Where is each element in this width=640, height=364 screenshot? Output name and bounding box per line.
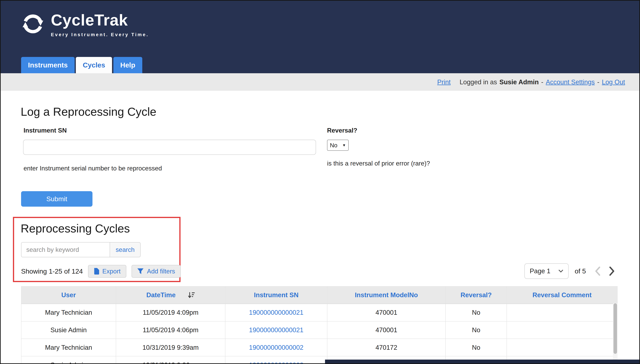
separator: - bbox=[597, 78, 599, 86]
cell-reversal: No bbox=[446, 339, 507, 356]
export-label: Export bbox=[102, 268, 120, 275]
search-button[interactable]: search bbox=[110, 242, 140, 257]
cell-reversal-comment bbox=[507, 321, 618, 339]
logged-in-text: Logged in as bbox=[460, 78, 497, 86]
logged-in-user: Susie Admin bbox=[500, 78, 539, 86]
cell-datetime: 10/31/2019 9:36am bbox=[116, 356, 225, 364]
showing-count-text: Showing 1-25 of 124 bbox=[21, 268, 83, 275]
table-body: Mary Technician 11/05/2019 4:09pm 190000… bbox=[21, 304, 618, 364]
instrument-sn-help-text: enter Instrument serial number to be rep… bbox=[24, 165, 162, 172]
cell-datetime: 11/05/2019 4:09pm bbox=[116, 304, 225, 321]
instrument-sn-link[interactable]: 190000000000021 bbox=[249, 326, 304, 334]
cell-user: Susie Admin bbox=[21, 321, 116, 339]
page-title: Log a Reprocessing Cycle bbox=[21, 105, 156, 118]
chevron-down-icon bbox=[558, 270, 563, 273]
cycles-table: User DateTime bbox=[21, 286, 618, 364]
reversal-help-text: is this a reversal of prior error (rare)… bbox=[327, 160, 430, 167]
cell-user: Susie Admin bbox=[21, 356, 116, 364]
table-row: Susie Admin 11/05/2019 4:06pm 1900000000… bbox=[21, 321, 618, 339]
search-input[interactable] bbox=[21, 242, 110, 257]
filter-funnel-icon bbox=[137, 268, 144, 274]
chevron-right-icon bbox=[609, 266, 615, 276]
reversal-label: Reversal? bbox=[327, 127, 357, 134]
print-link[interactable]: Print bbox=[437, 78, 451, 86]
main-nav: Instruments Cycles Help bbox=[21, 57, 142, 73]
cell-instrument-sn: 190000000000021 bbox=[225, 304, 327, 321]
add-filters-button[interactable]: Add filters bbox=[132, 265, 181, 278]
cell-reversal-comment bbox=[507, 339, 618, 356]
search-bar: search bbox=[21, 242, 140, 257]
column-header-reversal-comment[interactable]: Reversal Comment bbox=[507, 286, 618, 304]
page-select[interactable]: Page 1 bbox=[524, 264, 568, 279]
vertical-scrollbar[interactable] bbox=[613, 303, 618, 364]
tab-instruments[interactable]: Instruments bbox=[21, 57, 74, 73]
app-window: CycleTrak Every Instrument. Every Time. … bbox=[0, 0, 640, 364]
cycles-section-title: Reprocessing Cycles bbox=[21, 222, 130, 235]
cell-instrument-sn: 190000000000021 bbox=[225, 321, 327, 339]
cell-reversal-comment bbox=[507, 304, 618, 321]
reversal-select[interactable]: No ▼ bbox=[327, 140, 349, 151]
column-header-reversal[interactable]: Reversal? bbox=[446, 286, 507, 304]
sort-descending-icon[interactable] bbox=[188, 292, 195, 298]
results-meta-row: Showing 1-25 of 124 Export Add filters bbox=[21, 265, 181, 278]
chevron-left-icon bbox=[595, 266, 600, 276]
submit-button[interactable]: Submit bbox=[21, 191, 92, 207]
add-filters-label: Add filters bbox=[147, 268, 175, 275]
table-row: Mary Technician 11/05/2019 4:09pm 190000… bbox=[21, 304, 618, 321]
session-bar: Print Logged in as Susie Admin - Account… bbox=[1, 73, 639, 91]
account-settings-link[interactable]: Account Settings bbox=[546, 78, 595, 86]
brand-logo[interactable]: CycleTrak Every Instrument. Every Time. bbox=[21, 11, 149, 38]
prev-page-button[interactable] bbox=[594, 266, 602, 276]
app-header: CycleTrak Every Instrument. Every Time. … bbox=[1, 1, 639, 73]
column-header-datetime[interactable]: DateTime bbox=[116, 286, 225, 304]
column-header-user[interactable]: User bbox=[21, 286, 116, 304]
footer-bar bbox=[325, 360, 639, 363]
logout-link[interactable]: Log Out bbox=[602, 78, 625, 86]
scrollbar-thumb[interactable] bbox=[614, 303, 617, 354]
cell-instrument-sn: 190000000000002 bbox=[225, 339, 327, 356]
cell-reversal: No bbox=[446, 304, 507, 321]
export-file-icon bbox=[94, 268, 99, 274]
instrument-sn-link[interactable]: 190000000000021 bbox=[249, 309, 304, 316]
instrument-sn-link[interactable]: 190000000000002 bbox=[249, 361, 304, 364]
column-header-instrument-sn[interactable]: Instrument SN bbox=[225, 286, 327, 304]
instrument-sn-link[interactable]: 190000000000002 bbox=[249, 344, 304, 351]
caret-down-icon: ▼ bbox=[342, 143, 346, 148]
column-header-datetime-label: DateTime bbox=[146, 291, 176, 299]
export-button[interactable]: Export bbox=[88, 265, 126, 278]
cell-model-no: 470001 bbox=[327, 321, 446, 339]
reversal-selected-value: No bbox=[330, 142, 337, 149]
brand-name: CycleTrak bbox=[51, 11, 149, 29]
page-of-label: of 5 bbox=[575, 267, 586, 275]
table-row: Mary Technician 10/31/2019 9:39am 190000… bbox=[21, 339, 618, 356]
cell-model-no: 470001 bbox=[327, 304, 446, 321]
cell-user: Mary Technician bbox=[21, 304, 116, 321]
separator: - bbox=[541, 78, 544, 86]
cell-datetime: 10/31/2019 9:39am bbox=[116, 339, 225, 356]
tab-cycles[interactable]: Cycles bbox=[76, 57, 112, 73]
cycles-table-container: User DateTime bbox=[21, 286, 618, 364]
next-page-button[interactable] bbox=[608, 266, 616, 276]
page-select-value: Page 1 bbox=[530, 267, 550, 275]
cell-user: Mary Technician bbox=[21, 339, 116, 356]
instrument-sn-label: Instrument SN bbox=[24, 127, 67, 134]
table-header-row: User DateTime bbox=[21, 286, 618, 304]
tab-help[interactable]: Help bbox=[114, 57, 142, 73]
cell-instrument-sn: 190000000000002 bbox=[225, 356, 327, 364]
column-header-model-no[interactable]: Instrument ModelNo bbox=[327, 286, 446, 304]
cycletrak-logo-icon bbox=[21, 12, 45, 36]
cell-datetime: 11/05/2019 4:06pm bbox=[116, 321, 225, 339]
instrument-sn-input[interactable] bbox=[23, 140, 316, 155]
brand-tagline: Every Instrument. Every Time. bbox=[51, 32, 149, 38]
pagination: Page 1 of 5 bbox=[524, 264, 616, 279]
cell-reversal: No bbox=[446, 321, 507, 339]
cell-model-no: 470172 bbox=[327, 339, 446, 356]
